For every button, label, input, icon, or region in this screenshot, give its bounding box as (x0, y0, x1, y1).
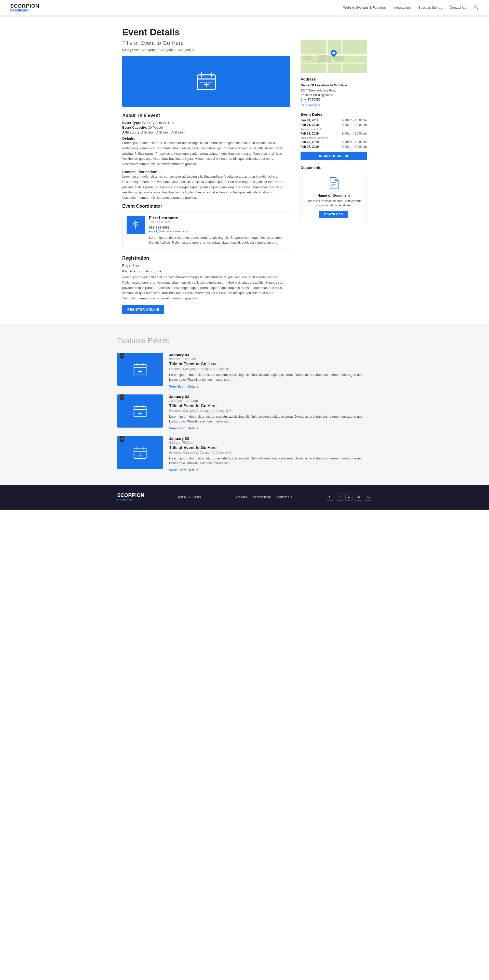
register-button-bottom[interactable]: REGISTER ONLINE (122, 305, 164, 314)
featured-desc-0: Lorem ipsum dolor sit amet, consectetur … (169, 372, 372, 382)
coordinator-info: First Lastname Title to Go Here 888-888-… (149, 216, 286, 245)
date-note-2: This event is canceled (300, 136, 367, 139)
date-0: Jan 30, 2019 (300, 118, 319, 122)
nav-contact-us[interactable]: Contact Us (450, 6, 466, 10)
date-3: Feb 20, 2019 (300, 140, 319, 144)
featured-calendar-icon-1 (132, 403, 148, 418)
register-online-button[interactable]: REGISTER ONLINE (300, 152, 367, 160)
price-value: Free (132, 264, 139, 267)
content-left: Title of Event to Go Here Categories: Ca… (122, 40, 291, 314)
coordinator-phone: 888-888-8888 (149, 226, 286, 229)
event-calendar-icon (195, 70, 218, 93)
event-type-value: Event Type to Go Here (141, 121, 175, 125)
main-nav: Website Systems & Features Integrations … (343, 5, 479, 10)
event-banner (122, 56, 291, 107)
featured-event-title-0: Title of Event to Go Here (169, 362, 372, 366)
time-3: 9:00am - 10:00pm (342, 140, 367, 144)
document-name: Name of Document (306, 193, 361, 197)
footer-logo[interactable]: SCORPION Healthcare (117, 492, 144, 502)
documents-title: Documents (300, 165, 367, 170)
event-capacity-label: Event Capacity: (122, 126, 147, 129)
footer-inner: SCORPION Healthcare (888) 888-8888 Site … (117, 492, 372, 502)
documents-section: Documents Name of Document Lorem ipsum d… (300, 165, 367, 223)
facebook-icon[interactable]: f (326, 493, 333, 501)
search-icon[interactable]: 🔍 (474, 5, 479, 10)
featured-item-1: ★ January 03 10:00am - 11:00am Title of … (117, 395, 372, 430)
featured-date-0: January 03 (169, 353, 372, 357)
nav-website-systems[interactable]: Website Systems & Features (343, 6, 386, 10)
featured-time-1: 10:00am - 11:00am (169, 399, 372, 402)
featured-desc-2: Lorem ipsum dolor sit amet, consectetur … (169, 456, 372, 466)
featured-thumb-1: ★ (117, 395, 163, 428)
registration-price: Price: Free (122, 264, 291, 267)
coordinator-section-title: Event Coordinator (122, 204, 291, 209)
featured-date-2: January 03 (169, 436, 372, 441)
date-2: Feb 13, 2019 (300, 132, 319, 135)
featured-item-0: ★ January 03 9:00am - 10:00am Title of E… (117, 353, 372, 388)
get-directions-link[interactable]: Get Directions (300, 103, 367, 107)
twitter-icon[interactable]: t (336, 493, 343, 501)
footer-social: f t ▶ in ◎ (326, 493, 372, 501)
download-button[interactable]: DOWNLOAD (319, 211, 348, 218)
affiliations-row: Affiliations: Affiliation, Affiliation, … (122, 130, 291, 134)
contact-text: Lorem ipsum dolor sit amet, consectetur … (122, 174, 291, 200)
featured-event-title-1: Title of Event to Go Here (169, 404, 372, 408)
logo[interactable]: SCORPION Healthcare (10, 3, 40, 12)
about-section-title: About This Event (122, 113, 291, 118)
logo-scorpion: SCORPION (10, 3, 40, 8)
bookmark-icon-2: ★ (120, 436, 124, 442)
document-icon (306, 177, 361, 191)
content-layout: Title of Event to Go Here Categories: Ca… (122, 40, 367, 314)
contact-label: Contact Information: (122, 170, 157, 174)
featured-info-1: January 03 10:00am - 11:00am Title of Ev… (169, 395, 372, 430)
doc-file-icon (329, 177, 339, 189)
details-block: Details: Lorem ipsum dolor sit amet, con… (122, 136, 291, 200)
featured-inner: Featured Events ★ January 03 (117, 337, 372, 472)
coordinator-avatar (127, 216, 145, 234)
featured-event-title-2: Title of Event to Go Here (169, 445, 372, 450)
nav-integrations[interactable]: Integrations (394, 6, 411, 10)
time-2: 9:00am - 10:00pm (342, 132, 367, 135)
featured-link-1[interactable]: View Event Details (169, 426, 198, 430)
event-dates-title: Event Dates (300, 112, 367, 116)
footer-logo-scorpion: SCORPION (117, 492, 144, 498)
linkedin-icon[interactable]: in (355, 493, 362, 501)
coordinator-email: email@websitedomain.com (149, 229, 286, 233)
event-date-row-0: Jan 30, 2019 9:00am - 10:00pm (300, 118, 367, 122)
featured-link-2[interactable]: View Event Details (169, 468, 198, 472)
featured-time-2: 4:00pm - 5:30pm (169, 441, 372, 444)
featured-cats-0: Featured, Category 1, Category 2, Catego… (169, 367, 372, 371)
content-right: Address Name Of Location to Go Here 1234… (300, 40, 367, 314)
event-date-row-2: Feb 13, 2019 9:00am - 10:00pm (300, 132, 367, 135)
featured-desc-1: Lorem ipsum dolor sit amet, consectetur … (169, 414, 372, 424)
time-4: 9:00am - 10:00pm (342, 145, 367, 148)
coordinator-card: First Lastname Title to Go Here 888-888-… (122, 212, 291, 250)
document-card: Name of Document Lorem ipsum dolor sit a… (300, 172, 367, 223)
featured-link-0[interactable]: View Event Details (169, 385, 198, 388)
footer-accessibility[interactable]: Accessibility (252, 495, 271, 499)
featured-cats-2: Featured, Category 1, Category 2, Catego… (169, 451, 372, 454)
event-date-row-3: Feb 20, 2019 9:00am - 10:00pm (300, 140, 367, 144)
instructions-label: Registration Instructions: (122, 269, 291, 273)
details-text: Lorem ipsum dolor sit amet, consectetur … (122, 140, 291, 167)
footer-site-map[interactable]: Site Map (235, 495, 248, 499)
svg-rect-14 (300, 63, 367, 64)
footer-phone: (888) 888-8888 (178, 495, 201, 499)
coordinator-name: First Lastname (149, 216, 286, 220)
event-capacity-value: 30 People (148, 126, 163, 129)
address-line2: Room or Building Name (300, 93, 367, 97)
footer-logo-healthcare: Healthcare (117, 498, 144, 502)
instructions-text: Lorem ipsum dolor sit amet, consectetur … (122, 275, 291, 301)
featured-title: Featured Events (117, 337, 372, 345)
address-title: Address (300, 77, 367, 81)
youtube-icon[interactable]: ▶ (345, 493, 352, 501)
footer-contact-us[interactable]: Contact Us (276, 495, 292, 499)
date-1: Feb 06, 2019 (300, 123, 319, 127)
page-container: Event Details Title of Event to Go Here … (117, 17, 372, 324)
details-label: Details: (122, 136, 135, 140)
address-line3: City, ST 55555 (300, 97, 367, 102)
address-section: Address Name Of Location to Go Here 1234… (300, 77, 367, 107)
nav-success-stories[interactable]: Success Stories (418, 6, 442, 10)
event-subtitle: Title of Event to Go Here (122, 40, 291, 46)
instagram-icon[interactable]: ◎ (365, 493, 372, 501)
